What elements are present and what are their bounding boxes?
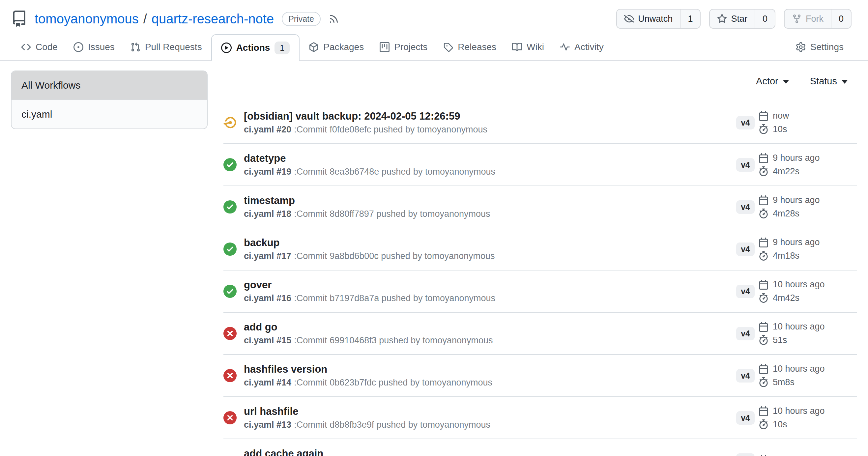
run-workflow-ref[interactable]: ci.yaml #15 [244, 335, 291, 345]
stopwatch-icon [758, 293, 769, 303]
run-duration: 5m8s [758, 377, 857, 388]
check-circle-icon [223, 158, 237, 171]
run-duration: 4m18s [758, 251, 857, 261]
run-workflow-ref[interactable]: ci.yaml #13 [244, 420, 291, 430]
run-meta: now 10s [758, 111, 857, 134]
run-subtitle: ci.yaml #19:Commit 8ea3b6748e pushed by … [244, 167, 736, 177]
tab-settings[interactable]: Settings [789, 34, 850, 60]
repo-breadcrumb: tomoyanonymous / quartz-research-note [35, 11, 274, 26]
run-time: 10 hours ago [758, 364, 857, 374]
run-time: 9 hours ago [758, 237, 857, 248]
repo-owner-link[interactable]: tomoyanonymous [35, 11, 139, 26]
run-title-link[interactable]: backup [244, 237, 736, 249]
chevron-down-icon [842, 80, 847, 84]
stopwatch-icon [758, 377, 769, 387]
run-title-link[interactable]: add go [244, 321, 736, 333]
runner-version-badge: v4 [736, 285, 755, 298]
run-subtitle: ci.yaml #16:Commit b7197d8a7a pushed by … [244, 294, 736, 303]
run-meta: 10 hours ago 51s [758, 322, 857, 345]
sidebar-item-all-workflows[interactable]: All Workflows [11, 71, 207, 99]
run-title-link[interactable]: add cache again [244, 448, 736, 456]
fork-icon [792, 14, 802, 24]
book-icon [512, 42, 522, 52]
run-subtitle: ci.yaml #15:Commit 69910468f3 pushed by … [244, 336, 736, 346]
run-workflow-ref[interactable]: ci.yaml #16 [244, 293, 291, 303]
tab-releases[interactable]: Releases [437, 34, 503, 60]
repo-name-link[interactable]: quartz-research-note [152, 11, 274, 26]
status-filter-dropdown[interactable]: Status [810, 76, 847, 87]
run-title-link[interactable]: url hashfile [244, 405, 736, 418]
tag-icon [443, 42, 453, 52]
star-icon [717, 14, 727, 24]
run-meta: 10 hours ago 5m8s [758, 364, 857, 387]
run-title-link[interactable]: datetype [244, 153, 736, 164]
run-time: 10 hours ago [758, 455, 857, 456]
star-button[interactable]: Star 0 [709, 9, 775, 29]
run-row: url hashfile ci.yaml #13:Commit d8b8fb3e… [223, 397, 857, 439]
run-meta: 10 hours ago 4m42s [758, 280, 857, 303]
repo-title-block: tomoyanonymous / quartz-research-note Pr… [11, 10, 616, 27]
unwatch-button[interactable]: Unwatch 1 [616, 9, 701, 29]
calendar-icon [758, 364, 769, 374]
stars-count[interactable]: 0 [755, 9, 775, 28]
fork-button[interactable]: Fork 0 [784, 9, 851, 29]
run-title-link[interactable]: hashfiles version [244, 363, 736, 375]
github-actions-page: tomoyanonymous / quartz-research-note Pr… [0, 0, 868, 456]
runner-version-badge: v4 [736, 369, 755, 383]
calendar-icon [758, 111, 769, 121]
run-workflow-ref[interactable]: ci.yaml #18 [244, 209, 291, 219]
run-row: backup ci.yaml #17:Commit 9a8bd6b00c pus… [223, 228, 857, 270]
runner-version-badge: v4 [736, 327, 755, 340]
workflows-sidebar: All Workflows ci.yaml [11, 70, 208, 456]
x-circle-icon [223, 411, 237, 424]
in-progress-icon [223, 116, 237, 129]
tab-projects[interactable]: Projects [373, 34, 434, 60]
runner-version-badge: v4 [736, 411, 755, 425]
tab-actions[interactable]: Actions1 [211, 34, 300, 61]
run-time: now [758, 111, 857, 121]
run-description: :Commit 8ea3b6748e pushed by tomoyanonym… [294, 167, 495, 176]
watchers-count[interactable]: 1 [680, 9, 700, 28]
sidebar-item-ci-yaml[interactable]: ci.yaml [11, 99, 207, 129]
run-workflow-ref[interactable]: ci.yaml #14 [244, 378, 291, 388]
tab-packages[interactable]: Packages [302, 34, 370, 60]
run-workflow-ref[interactable]: ci.yaml #17 [244, 251, 291, 261]
runner-version-badge: v4 [736, 242, 755, 256]
stopwatch-icon [758, 419, 769, 429]
runner-version-badge: v4 [736, 158, 755, 172]
repo-icon [11, 10, 27, 27]
run-row-clipped: add cache again v4 10 hours ago [223, 439, 857, 456]
forks-count[interactable]: 0 [831, 9, 851, 28]
tab-wiki[interactable]: Wiki [505, 34, 551, 60]
stopwatch-icon [758, 124, 769, 134]
run-duration: 4m28s [758, 208, 857, 219]
run-description: :Commit 69910468f3 pushed by tomoyanonym… [294, 335, 493, 345]
run-subtitle: ci.yaml #13:Commit d8b8fb3e9f pushed by … [244, 420, 736, 430]
repo-header: tomoyanonymous / quartz-research-note Pr… [0, 0, 868, 34]
run-title-link[interactable]: gover [244, 279, 736, 291]
tab-activity[interactable]: Activity [553, 34, 610, 60]
run-description: :Commit f0fde08efc pushed by tomoyanonym… [294, 125, 487, 134]
repo-tab-nav: Code Issues Pull Requests Actions1 Packa… [0, 34, 868, 61]
eye-closed-icon [624, 14, 634, 24]
run-title-link[interactable]: [obsidian] vault backup: 2024-02-05 12:2… [244, 110, 736, 122]
pulse-icon [560, 42, 570, 52]
calendar-icon [758, 237, 769, 248]
run-workflow-ref[interactable]: ci.yaml #19 [244, 167, 291, 176]
actor-filter-dropdown[interactable]: Actor [756, 76, 789, 87]
run-workflow-ref[interactable]: ci.yaml #20 [244, 125, 291, 134]
runs-panel: Actor Status [obsidian] vault backup: 20… [223, 61, 868, 456]
run-meta: 9 hours ago 4m28s [758, 195, 857, 219]
check-circle-icon [223, 200, 237, 214]
calendar-icon [758, 406, 769, 416]
tab-issues[interactable]: Issues [67, 34, 121, 60]
run-title-link[interactable]: timestamp [244, 195, 736, 206]
x-circle-icon [223, 327, 237, 340]
tab-code[interactable]: Code [14, 34, 64, 60]
tab-pull-requests[interactable]: Pull Requests [124, 34, 209, 60]
rss-feed-icon[interactable] [329, 13, 339, 24]
stopwatch-icon [758, 208, 769, 219]
run-description: :Commit b7197d8a7a pushed by tomoyanonym… [294, 293, 495, 303]
status-icon-slot [223, 453, 237, 456]
run-duration: 4m42s [758, 293, 857, 303]
